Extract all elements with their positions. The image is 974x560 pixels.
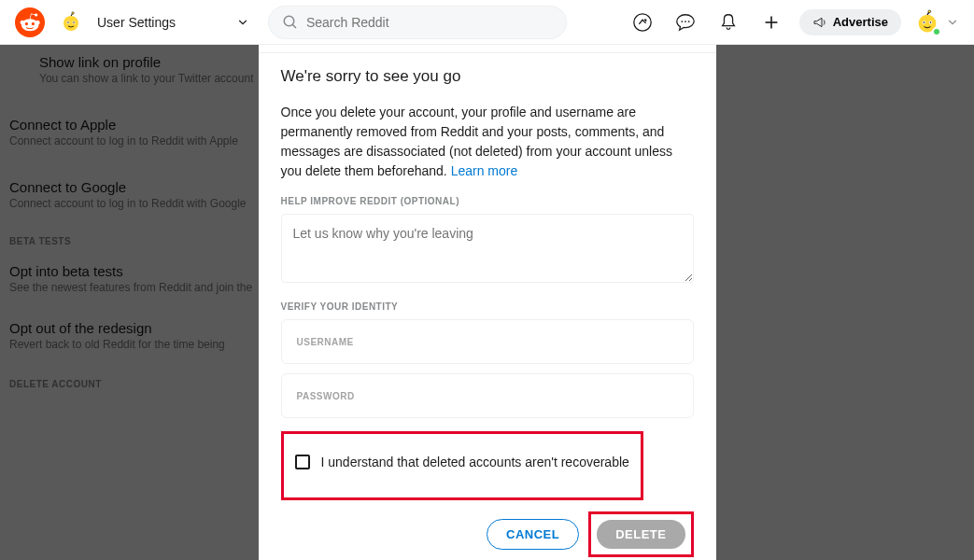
reddit-logo[interactable] <box>15 7 45 37</box>
chevron-down-icon[interactable] <box>236 16 249 29</box>
svg-point-5 <box>73 21 74 22</box>
svg-point-19 <box>930 21 932 23</box>
megaphone-icon <box>812 15 827 30</box>
username-field[interactable] <box>281 319 694 364</box>
page-title: User Settings <box>97 15 176 30</box>
popular-icon[interactable] <box>628 7 657 37</box>
modal-title: We're sorry to see you go <box>281 67 694 86</box>
svg-point-10 <box>681 21 683 22</box>
search-input[interactable] <box>268 6 567 39</box>
svg-point-11 <box>685 21 686 22</box>
presence-indicator <box>932 27 941 36</box>
cancel-button[interactable]: CANCEL <box>487 519 579 550</box>
modal-description: Once you delete your account, your profi… <box>281 103 694 181</box>
advertise-button[interactable]: Advertise <box>799 9 901 35</box>
notifications-icon[interactable] <box>713 7 743 37</box>
leave-reason-textarea[interactable] <box>281 214 694 283</box>
delete-button[interactable]: DELETE <box>597 520 685 549</box>
understand-checkbox[interactable] <box>295 455 310 469</box>
feedback-label: HELP IMPROVE REDDIT (OPTIONAL) <box>281 196 694 206</box>
svg-point-7 <box>284 16 294 26</box>
password-field[interactable] <box>281 373 694 418</box>
chevron-down-icon <box>946 16 959 29</box>
search-field[interactable] <box>306 15 553 30</box>
create-post-icon[interactable] <box>756 7 786 37</box>
svg-point-6 <box>72 11 74 13</box>
svg-point-4 <box>67 21 68 22</box>
checkbox-label: I understand that deleted accounts aren'… <box>321 455 629 469</box>
svg-point-9 <box>634 13 651 30</box>
highlight-delete: DELETE <box>588 511 693 557</box>
svg-point-20 <box>928 9 931 12</box>
chat-icon[interactable] <box>671 7 700 37</box>
user-menu[interactable] <box>914 9 959 35</box>
user-avatar <box>914 9 940 35</box>
svg-point-12 <box>687 21 689 22</box>
app-header: User Settings Advertise <box>0 0 974 45</box>
highlight-checkbox: I understand that deleted accounts aren'… <box>281 431 643 500</box>
verify-label: VERIFY YOUR IDENTITY <box>281 301 694 312</box>
learn-more-link[interactable]: Learn more <box>451 163 518 178</box>
user-mascot-icon <box>60 11 82 34</box>
advertise-label: Advertise <box>833 15 888 29</box>
svg-point-1 <box>64 16 78 31</box>
svg-point-18 <box>924 21 925 23</box>
delete-account-modal: We're sorry to see you go Once you delet… <box>259 0 716 560</box>
search-icon <box>282 14 299 31</box>
svg-line-8 <box>292 24 296 28</box>
